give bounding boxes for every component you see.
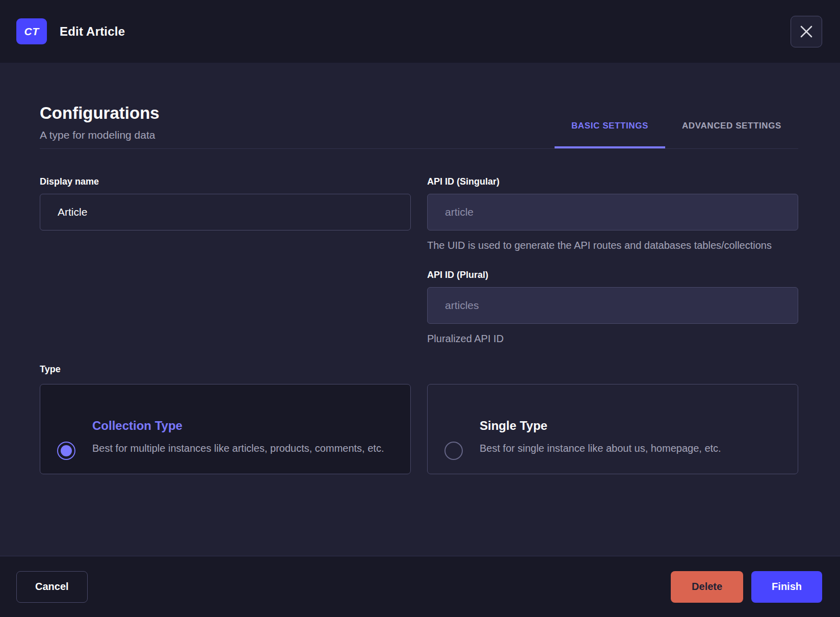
display-name-field-group: Display name — [40, 176, 411, 253]
type-section-label: Type — [40, 364, 798, 375]
tab-advanced-settings[interactable]: ADVANCED SETTINGS — [665, 104, 798, 148]
close-button[interactable] — [791, 16, 822, 47]
settings-tabs: BASIC SETTINGS ADVANCED SETTINGS — [555, 104, 798, 148]
configurations-title-block: Configurations A type for modeling data — [40, 104, 160, 148]
cancel-button[interactable]: Cancel — [16, 571, 88, 603]
collection-type-title: Collection Type — [92, 419, 395, 433]
api-id-plural-field-group: API ID (Plural) Pluralized API ID — [427, 269, 798, 346]
page-title: Configurations — [40, 104, 160, 123]
collection-type-radio[interactable] — [57, 442, 75, 460]
api-id-singular-hint: The UID is used to generate the API rout… — [427, 238, 774, 253]
page-subtitle: A type for modeling data — [40, 129, 160, 141]
api-id-singular-field-group: API ID (Singular) The UID is used to gen… — [427, 176, 798, 253]
single-type-card[interactable]: Single Type Best for single instance lik… — [427, 384, 798, 474]
edit-article-modal: CT Edit Article Configurations A type fo… — [0, 0, 840, 617]
tab-basic-settings[interactable]: BASIC SETTINGS — [555, 104, 665, 148]
api-id-plural-label: API ID (Plural) — [427, 269, 798, 280]
api-id-singular-label: API ID (Singular) — [427, 176, 798, 187]
single-type-description: Best for single instance like about us, … — [480, 441, 782, 456]
single-type-title: Single Type — [480, 419, 782, 433]
delete-button[interactable]: Delete — [671, 571, 743, 603]
type-options: Collection Type Best for multiple instan… — [40, 384, 798, 474]
api-id-plural-input — [427, 287, 798, 324]
display-name-label: Display name — [40, 176, 411, 187]
collection-type-text: Collection Type Best for multiple instan… — [92, 402, 410, 456]
single-type-text: Single Type Best for single instance lik… — [480, 402, 798, 456]
api-id-plural-hint: Pluralized API ID — [427, 331, 774, 346]
content-type-badge: CT — [16, 18, 47, 44]
close-icon — [800, 25, 813, 38]
collection-type-description: Best for multiple instances like article… — [92, 441, 395, 456]
modal-footer: Cancel Delete Finish — [0, 556, 840, 617]
display-name-input[interactable] — [40, 194, 411, 230]
content-type-badge-label: CT — [24, 25, 39, 38]
configurations-header: Configurations A type for modeling data … — [40, 104, 798, 149]
finish-button[interactable]: Finish — [751, 571, 822, 603]
api-id-singular-input — [427, 194, 798, 230]
modal-body: Configurations A type for modeling data … — [0, 63, 840, 556]
configuration-form: Display name API ID (Singular) The UID i… — [40, 176, 798, 346]
modal-title: Edit Article — [60, 24, 125, 39]
collection-type-card[interactable]: Collection Type Best for multiple instan… — [40, 384, 411, 474]
single-type-radio[interactable] — [444, 442, 463, 460]
modal-header: CT Edit Article — [0, 0, 840, 63]
